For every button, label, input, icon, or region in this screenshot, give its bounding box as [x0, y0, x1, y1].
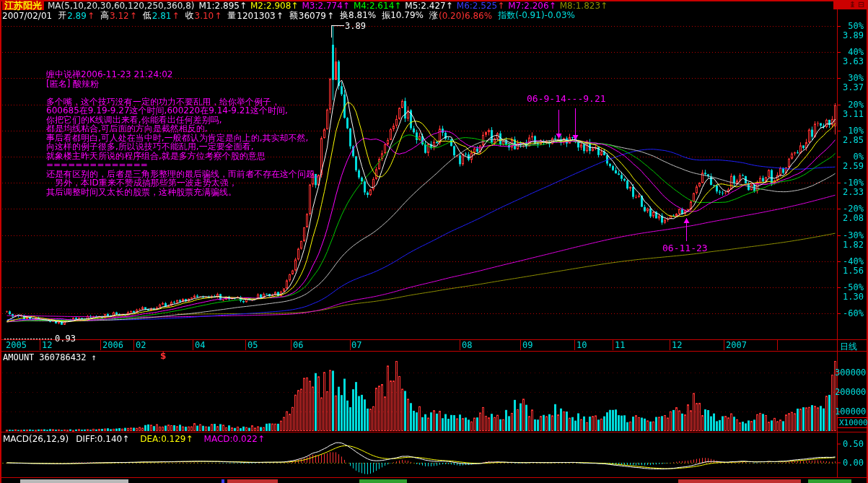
time-axis-label: 05 — [247, 341, 258, 349]
info-segment: (0.20)6.86% — [439, 11, 492, 21]
info-segment: 3.10 — [195, 11, 214, 21]
up-arrow-icon: ↑ — [122, 434, 129, 444]
time-axis: 2005122006020405060708091011122007 — [0, 339, 868, 351]
info-segment: 收 — [185, 9, 194, 22]
axis-pct-label: -10% — [838, 178, 864, 187]
date-range-annotation: 06-9-14---9.21 — [527, 93, 606, 104]
macd-title: MACD(26,12,9) — [3, 434, 69, 444]
status-fragment — [222, 479, 224, 483]
time-axis-label: 10 — [577, 341, 587, 349]
info-segment: 低 — [143, 9, 152, 22]
info-segment: 额 — [289, 9, 298, 22]
bottom-date-annotation: 06-11-23 — [662, 243, 708, 253]
axis-tick — [245, 340, 246, 350]
axis-tick — [724, 340, 724, 350]
info-segment: 换8.81% — [340, 9, 376, 22]
axis-pct-label: -30% — [838, 231, 864, 240]
amount-header: AMOUNT 360786432 ↑ — [3, 352, 97, 362]
period-label[interactable]: 日线 — [840, 341, 857, 353]
time-axis-label: 02 — [136, 341, 146, 349]
peak-price-label: 3.89 — [345, 21, 366, 31]
axis-tick — [350, 340, 351, 350]
amount-value: 360786432 — [39, 352, 86, 362]
macd-axis-label: 0.50 — [835, 440, 864, 448]
info-segment: ↑ — [327, 11, 334, 21]
axis-tick — [100, 340, 101, 350]
info-segment: ↑ — [276, 11, 284, 21]
info-segment: 振10.79% — [382, 9, 424, 22]
up-arrow-icon: ↑ — [91, 352, 96, 362]
time-axis-label: 2007 — [726, 341, 747, 349]
memo-line: ============== — [46, 160, 323, 170]
anchor-icon[interactable]: ↨ — [849, 1, 856, 9]
memo-line — [46, 88, 323, 97]
axis-price-label: 3.37 — [838, 83, 864, 92]
axis-tick — [777, 340, 778, 350]
volume-axis-label: 300000 — [835, 368, 864, 377]
ma-value: M1:2.895↑ — [199, 1, 247, 11]
info-segment: 涨 — [429, 9, 438, 22]
macd-value: DIFF:0.140↑ — [76, 434, 129, 444]
axis-tick — [291, 340, 291, 350]
axis-tick — [133, 340, 134, 350]
info-segment: ↑ — [87, 11, 95, 21]
axis-tick — [40, 340, 40, 350]
info-segment: 开 — [58, 9, 66, 22]
window-border-left — [0, 0, 1, 483]
time-axis-label: 04 — [195, 341, 205, 349]
status-bar-clipped — [0, 478, 868, 483]
axis-pct-label: -60% — [838, 309, 864, 318]
info-segment: ↑ — [214, 11, 222, 21]
time-axis-label: 06 — [293, 341, 303, 349]
axis-price-label: 2.08 — [838, 214, 864, 222]
up-arrow-icon: ↑ — [240, 1, 247, 11]
time-axis-label: 12 — [42, 341, 52, 349]
axis-tick — [460, 340, 460, 350]
axis-tick — [613, 340, 613, 350]
info-segment: 2007/02/01 — [2, 11, 52, 21]
axis-pct-label: 30% — [838, 74, 864, 82]
axis-pct-label: -40% — [838, 257, 864, 266]
macd-value-text: MACD:0.022 — [204, 434, 258, 444]
ma-value-text: M6:2.525 — [457, 1, 497, 11]
status-fragment — [227, 479, 278, 483]
ma-params-label: MA(5,10,20,30,60,120,250,360,8) — [48, 1, 195, 11]
memo-line: 另外，本ID重来不赞成搞那些第一波走势太强， — [46, 178, 323, 188]
time-axis-label: 08 — [462, 341, 472, 349]
info-segment: ↑ — [172, 11, 179, 21]
up-arrow-icon: ↑ — [185, 434, 193, 444]
macd-axis-label: 0.00 — [835, 458, 864, 467]
axis-price-label: 1.56 — [838, 266, 864, 275]
memo-line: 缠中说禅2006-11-23 21:24:02 — [46, 70, 323, 79]
time-axis-label: 2006 — [102, 341, 123, 349]
volume-axis-label: 100000 — [835, 407, 864, 416]
stock-chart-app: 江苏阳光 MA(5,10,20,30,60,120,250,360,8) M1:… — [0, 0, 868, 483]
status-fragment — [808, 479, 851, 483]
stock-name[interactable]: 江苏阳光 — [2, 1, 44, 10]
memo-line: [匿名] 酸辣粉 — [46, 79, 323, 89]
up-arrow-icon: ↑ — [258, 434, 265, 444]
axis-tick — [670, 340, 670, 350]
axis-pct-label: 50% — [838, 22, 864, 30]
axis-tick — [520, 340, 521, 350]
ma-value-text: M3:2.774 — [302, 1, 342, 11]
time-axis-label: 12 — [672, 341, 682, 349]
axis-price-label: 1.82 — [838, 240, 864, 249]
memo-line: 都是均线粘合,可后面的方向是截然相反的, — [46, 124, 323, 134]
ma-value-text: M2:2.908 — [250, 1, 291, 11]
axis-price-label: 2.33 — [838, 188, 864, 196]
axis-tick — [574, 340, 575, 350]
up-arrow-icon: ↑ — [600, 1, 608, 11]
info-segment: 1201303 — [237, 11, 275, 21]
info-segment: 量 — [227, 9, 236, 22]
info-segment: 高 — [100, 9, 109, 22]
macd-value: MACD:0.022↑ — [204, 434, 265, 444]
dollar-marker: $ — [160, 351, 166, 361]
volume-axis-label: 200000 — [835, 388, 864, 396]
window-icon[interactable]: ⊟ — [858, 1, 864, 9]
axis-tick — [193, 340, 193, 350]
price-axis: 50%3.8940%3.6330%3.3720%3.1110%2.850%2.5… — [838, 0, 864, 339]
memo-text-block: 缠中说禅2006-11-23 21:24:02[匿名] 酸辣粉多个嘴，这个技巧没… — [46, 70, 323, 196]
up-arrow-icon: ↑ — [446, 1, 453, 11]
macd-value-text: DEA:0.129 — [140, 434, 185, 444]
